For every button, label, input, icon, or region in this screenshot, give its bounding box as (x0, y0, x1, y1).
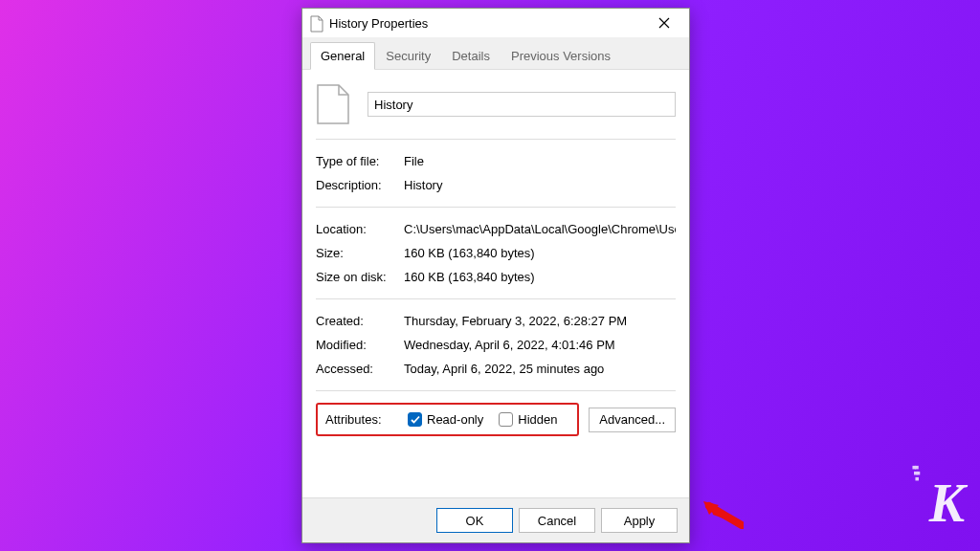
attributes-highlight-box: Attributes: Read-only Hidden (316, 403, 579, 436)
filename-input[interactable] (368, 92, 676, 117)
size-on-disk-value: 160 KB (163,840 bytes) (404, 270, 676, 284)
size-row: Size: 160 KB (163,840 bytes) (316, 241, 676, 265)
file-header (316, 83, 676, 140)
accessed-row: Accessed: Today, April 6, 2022, 25 minut… (316, 357, 676, 381)
dialog-title: History Properties (329, 16, 643, 31)
basic-section: Type of file: File Description: History (316, 140, 676, 208)
watermark-dots-icon: ▪▪ ▪▪ ▪ (912, 465, 919, 482)
location-row: Location: C:\Users\mac\AppData\Local\Goo… (316, 217, 676, 241)
tab-content: Type of file: File Description: History … (302, 70, 689, 452)
modified-label: Modified: (316, 338, 404, 352)
tab-security[interactable]: Security (375, 42, 441, 70)
attribute-checkboxes: Read-only Hidden (408, 412, 557, 427)
file-icon (310, 15, 323, 31)
type-label: Type of file: (316, 154, 404, 168)
readonly-label: Read-only (427, 412, 483, 427)
hidden-label: Hidden (518, 412, 557, 427)
size-label: Size: (316, 246, 404, 260)
location-value: C:\Users\mac\AppData\Local\Google\Chrome… (404, 222, 676, 236)
description-value: History (404, 178, 676, 192)
description-label: Description: (316, 178, 404, 192)
readonly-checkbox[interactable]: Read-only (408, 412, 483, 427)
description-row: Description: History (316, 173, 676, 197)
annotation-arrow-icon (703, 500, 744, 532)
attributes-label: Attributes: (325, 412, 400, 427)
dialog-footer: OK Cancel Apply (302, 497, 689, 542)
tab-details[interactable]: Details (441, 42, 501, 70)
accessed-label: Accessed: (316, 362, 404, 376)
tab-general[interactable]: General (310, 42, 375, 70)
location-label: Location: (316, 222, 404, 236)
file-icon-large (316, 83, 350, 125)
tabs-bar: General Security Details Previous Versio… (302, 37, 689, 70)
type-value: File (404, 154, 676, 168)
dates-section: Created: Thursday, February 3, 2022, 6:2… (316, 299, 676, 391)
apply-button[interactable]: Apply (601, 508, 678, 533)
close-button[interactable] (643, 10, 685, 36)
size-on-disk-row: Size on disk: 160 KB (163,840 bytes) (316, 265, 676, 289)
advanced-button[interactable]: Advanced... (589, 408, 676, 432)
location-section: Location: C:\Users\mac\AppData\Local\Goo… (316, 208, 676, 299)
checkbox-unchecked-icon (499, 412, 513, 427)
checkbox-checked-icon (408, 412, 422, 427)
titlebar: History Properties (302, 9, 689, 37)
size-value: 160 KB (163,840 bytes) (404, 246, 676, 260)
ok-button[interactable]: OK (436, 508, 513, 533)
hidden-checkbox[interactable]: Hidden (499, 412, 557, 427)
type-row: Type of file: File (316, 149, 676, 173)
watermark-letter: K (929, 474, 963, 533)
modified-value: Wednesday, April 6, 2022, 4:01:46 PM (404, 338, 676, 352)
modified-row: Modified: Wednesday, April 6, 2022, 4:01… (316, 333, 676, 357)
close-icon (658, 17, 670, 29)
created-row: Created: Thursday, February 3, 2022, 6:2… (316, 309, 676, 333)
properties-dialog: History Properties General Security Deta… (301, 8, 690, 543)
cancel-button[interactable]: Cancel (519, 508, 595, 533)
created-label: Created: (316, 314, 404, 328)
attributes-section: Attributes: Read-only Hidden Advanced... (316, 391, 676, 440)
size-on-disk-label: Size on disk: (316, 270, 404, 284)
accessed-value: Today, April 6, 2022, 25 minutes ago (404, 362, 676, 376)
created-value: Thursday, February 3, 2022, 6:28:27 PM (404, 314, 676, 328)
tab-previous-versions[interactable]: Previous Versions (501, 42, 621, 70)
watermark-logo: ▪▪ ▪▪ ▪ K (929, 473, 963, 534)
